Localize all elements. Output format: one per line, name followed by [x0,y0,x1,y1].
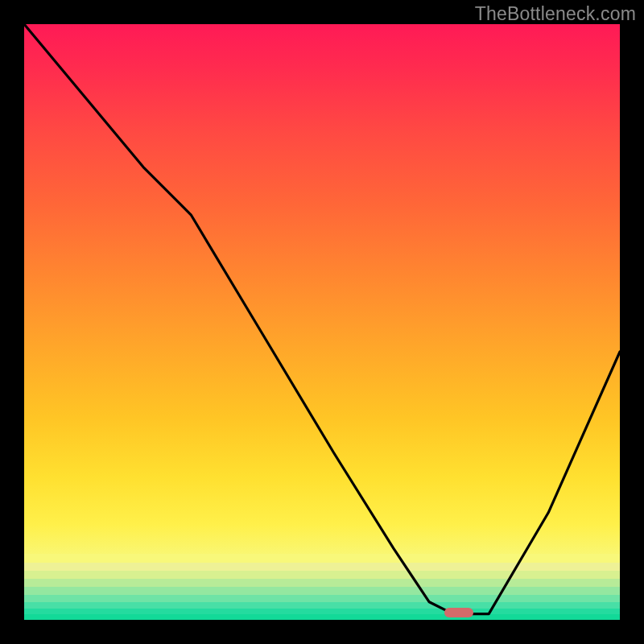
curve-svg [24,24,620,620]
optimal-marker [444,608,473,617]
watermark-text: TheBottleneck.com [475,3,636,25]
bottleneck-curve-path [24,24,620,614]
chart-frame: TheBottleneck.com [0,0,644,644]
plot-area [24,24,620,620]
